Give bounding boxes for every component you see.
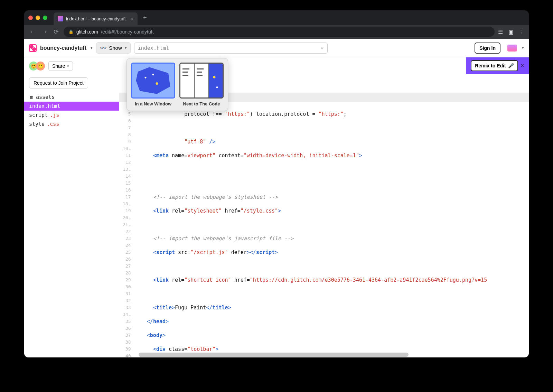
line-gutter: 4567891011121314151617181920212223242526… bbox=[119, 104, 134, 357]
menu-icon[interactable]: ⋮ bbox=[519, 29, 525, 35]
file-label: style bbox=[29, 121, 45, 127]
show-label: Show bbox=[109, 45, 122, 51]
close-window-icon[interactable] bbox=[28, 16, 33, 20]
search-placeholder: index.html bbox=[138, 45, 169, 51]
option-label: In a New Window bbox=[135, 101, 171, 106]
new-tab-button[interactable]: + bbox=[143, 14, 147, 21]
lock-icon: 🔒 bbox=[68, 29, 74, 34]
favicon-icon bbox=[58, 16, 63, 21]
browser-window: index.html – bouncy-candytuft × + ← → ⟳ … bbox=[24, 10, 529, 357]
forward-button[interactable]: → bbox=[40, 28, 48, 36]
file-ext: .js bbox=[50, 112, 59, 118]
presence-indicator[interactable]: 😊 😐 bbox=[29, 62, 45, 71]
show-menu-popup: In a New Window Next to The Code bbox=[126, 58, 228, 111]
search-icon: ⌕ bbox=[321, 45, 324, 51]
url-path: /edit/#!/bouncy-candytuft bbox=[101, 29, 154, 35]
share-label: Share bbox=[52, 63, 65, 69]
microphone-icon: 🎤 bbox=[508, 63, 514, 68]
reader-icon[interactable]: ☰ bbox=[498, 29, 503, 35]
app-secondbar: 😊 😐 Share ▾ Remix to Edit 🎤 × bbox=[24, 57, 529, 75]
file-search-input[interactable]: index.html ⌕ bbox=[134, 43, 328, 54]
signin-button[interactable]: Sign In bbox=[475, 43, 500, 54]
horizontal-scrollbar[interactable] bbox=[139, 353, 524, 357]
browser-tab[interactable]: index.html – bouncy-candytuft × bbox=[54, 12, 138, 25]
thumbnail-icon bbox=[179, 63, 224, 99]
browser-titlebar: index.html – bouncy-candytuft × + bbox=[24, 10, 529, 25]
show-next-to-code-option[interactable]: Next to The Code bbox=[179, 63, 224, 106]
file-script-js[interactable]: script.js bbox=[24, 111, 119, 120]
file-ext: .css bbox=[47, 121, 59, 127]
window-controls bbox=[28, 16, 47, 20]
file-label: script bbox=[29, 112, 48, 118]
share-button[interactable]: Share ▾ bbox=[48, 61, 73, 71]
show-new-window-option[interactable]: In a New Window bbox=[131, 63, 175, 106]
presence-face-icon: 😐 bbox=[36, 62, 45, 71]
avatar[interactable] bbox=[507, 45, 517, 52]
glitch-logo-icon[interactable] bbox=[29, 44, 37, 52]
chevron-down-icon[interactable]: ▾ bbox=[91, 46, 93, 50]
thumbnail-icon bbox=[131, 63, 175, 99]
back-button[interactable]: ← bbox=[28, 28, 37, 36]
code-content[interactable]: protocol !== "https:") location.protocol… bbox=[134, 104, 494, 357]
browser-toolbar: ← → ⟳ 🔒 glitch.com/edit/#!/bouncy-candyt… bbox=[24, 25, 529, 39]
app-topbar: bouncy-candytuft ▾ 👓 Show ▾ index.html ⌕… bbox=[24, 39, 529, 57]
chevron-down-icon: ▾ bbox=[125, 46, 127, 50]
show-button[interactable]: 👓 Show ▾ bbox=[96, 42, 131, 54]
chevron-down-icon[interactable]: ▾ bbox=[522, 46, 524, 50]
reload-button[interactable]: ⟳ bbox=[52, 28, 60, 36]
glitch-editor: bouncy-candytuft ▾ 👓 Show ▾ index.html ⌕… bbox=[24, 39, 529, 357]
url-host: glitch.com bbox=[76, 29, 98, 35]
file-tree: ▥assets index.html script.js style.css bbox=[24, 93, 119, 357]
file-style-css[interactable]: style.css bbox=[24, 120, 119, 129]
maximize-window-icon[interactable] bbox=[43, 16, 47, 20]
remix-label: Remix to Edit bbox=[475, 63, 506, 68]
tab-title: index.html – bouncy-candytuft bbox=[66, 16, 126, 21]
file-label: assets bbox=[36, 94, 55, 100]
file-assets[interactable]: ▥assets bbox=[24, 93, 119, 102]
remix-banner: Remix to Edit 🎤 × bbox=[466, 57, 529, 74]
file-index-html[interactable]: index.html bbox=[24, 102, 119, 111]
request-join-button[interactable]: Request to Join Project bbox=[29, 77, 88, 88]
project-name[interactable]: bouncy-candytuft bbox=[40, 45, 86, 51]
close-tab-icon[interactable]: × bbox=[131, 16, 133, 21]
remix-to-edit-button[interactable]: Remix to Edit 🎤 bbox=[471, 60, 518, 71]
address-bar[interactable]: 🔒 glitch.com/edit/#!/bouncy-candytuft bbox=[64, 27, 495, 37]
sunglasses-icon: 👓 bbox=[100, 45, 107, 51]
profile-icon[interactable]: ▣ bbox=[508, 29, 514, 35]
chevron-down-icon: ▾ bbox=[67, 64, 69, 68]
file-label: index.html bbox=[29, 103, 60, 109]
code-editor[interactable]: 4567891011121314151617181920212223242526… bbox=[119, 93, 529, 357]
close-icon[interactable]: × bbox=[521, 63, 524, 69]
option-label: Next to The Code bbox=[183, 101, 220, 106]
assets-icon: ▥ bbox=[29, 94, 34, 100]
minimize-window-icon[interactable] bbox=[36, 16, 40, 20]
